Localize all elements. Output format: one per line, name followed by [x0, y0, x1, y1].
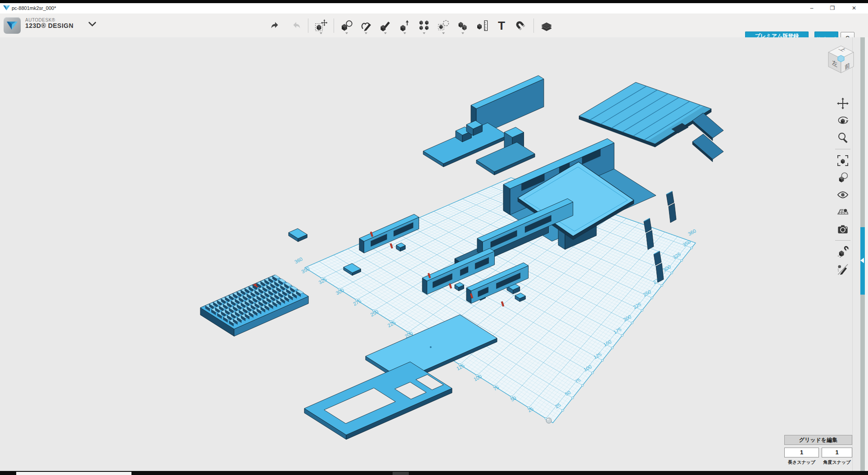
- app-window: pc-8801mk2sr_000* – ❐ ✕ AUTODESK® 123D® …: [0, 0, 868, 475]
- grid-settings-panel: グリッドを編集 1 1 長さスナップ 角度スナップ: [784, 435, 852, 445]
- dropdown-arrow-icon[interactable]: [423, 32, 425, 34]
- length-snap-label: 長さスナップ: [784, 459, 819, 466]
- viewport-3d[interactable]: 2525505075751001001251251501501751752002…: [0, 37, 868, 471]
- primitives-icon[interactable]: [340, 18, 353, 33]
- svg-text:360: 360: [687, 228, 697, 237]
- dropdown-arrow-icon[interactable]: [403, 32, 406, 34]
- minimize-button[interactable]: –: [805, 4, 818, 13]
- group-icon[interactable]: [437, 18, 450, 33]
- visibility-icon[interactable]: [836, 188, 850, 202]
- modify-icon[interactable]: [398, 18, 411, 33]
- construct-icon[interactable]: [379, 18, 392, 33]
- svg-text:T: T: [498, 19, 505, 32]
- pan-icon[interactable]: [836, 97, 850, 110]
- combine-icon[interactable]: [456, 18, 470, 33]
- screenshot-icon[interactable]: [836, 222, 850, 236]
- top-black-strip: [0, 0, 868, 3]
- snap-icon[interactable]: [514, 18, 528, 33]
- fit-icon[interactable]: [836, 154, 850, 167]
- taskbar-segment-light[interactable]: [16, 472, 131, 475]
- toolbar-separator: [334, 18, 334, 33]
- sketch-visibility-icon[interactable]: [836, 262, 850, 276]
- layers-icon[interactable]: [540, 18, 553, 33]
- taskbar-segment-gray: [393, 472, 409, 475]
- toolbar-separator: [308, 18, 308, 33]
- zoom-icon[interactable]: [836, 131, 850, 144]
- dropdown-arrow-icon[interactable]: [320, 32, 322, 34]
- dropdown-arrow-icon[interactable]: [384, 32, 387, 34]
- angle-snap-label: 角度スナップ: [822, 459, 852, 466]
- nav-separator: [835, 149, 850, 149]
- viewcube-corner-highlight[interactable]: [838, 55, 844, 62]
- view-cube[interactable]: 上 左 前: [822, 40, 860, 78]
- svg-text:360: 360: [294, 256, 303, 264]
- brand-text: AUTODESK® 123D® DESIGN: [25, 18, 73, 29]
- restore-button[interactable]: ❐: [826, 4, 839, 13]
- dropdown-arrow-icon[interactable]: [345, 32, 348, 34]
- app-logo-icon: [3, 4, 10, 11]
- toolbar-icon-row: T: [269, 15, 553, 36]
- undo-icon[interactable]: [269, 18, 283, 33]
- transform-icon[interactable]: [314, 18, 328, 33]
- app-menu-logo[interactable]: [4, 17, 21, 34]
- taskbar-strip: [0, 471, 868, 475]
- redo-icon[interactable]: [289, 18, 302, 33]
- toolbar-separator: [533, 18, 534, 33]
- navigation-toolbar: [833, 97, 853, 276]
- pattern-icon[interactable]: [417, 18, 431, 33]
- brand-line2: 123D® DESIGN: [25, 22, 73, 29]
- main-toolbar: AUTODESK® 123D® DESIGN T: [0, 13, 868, 38]
- dropdown-arrow-icon[interactable]: [461, 32, 464, 34]
- snap-box-icon[interactable]: [836, 245, 850, 259]
- document-title: pc-8801mk2sr_000*: [12, 5, 56, 11]
- material-icon[interactable]: [836, 171, 850, 184]
- angle-snap-input[interactable]: 1: [822, 448, 852, 457]
- title-bar: pc-8801mk2sr_000* – ❐ ✕: [0, 3, 868, 14]
- right-gutter: [865, 37, 868, 471]
- length-snap-input[interactable]: 1: [784, 448, 819, 457]
- nav-separator: [835, 240, 850, 241]
- app-menu-chevron-icon[interactable]: [88, 22, 96, 27]
- text-icon[interactable]: T: [495, 18, 508, 33]
- close-button[interactable]: ✕: [847, 4, 861, 13]
- dropdown-arrow-icon[interactable]: [365, 32, 367, 34]
- orbit-icon[interactable]: [836, 114, 850, 127]
- dropdown-arrow-icon[interactable]: [442, 32, 445, 34]
- panel-expand-arrow-icon: [860, 258, 864, 263]
- sketch-icon[interactable]: [359, 18, 373, 33]
- exploded-model-scene: 2525505075751001001251251501501751752002…: [0, 37, 868, 471]
- side-panel-tab[interactable]: [860, 227, 865, 295]
- grid-visibility-icon[interactable]: [836, 205, 850, 219]
- measure-icon[interactable]: [475, 18, 489, 33]
- edit-grid-button[interactable]: グリッドを編集: [784, 435, 852, 445]
